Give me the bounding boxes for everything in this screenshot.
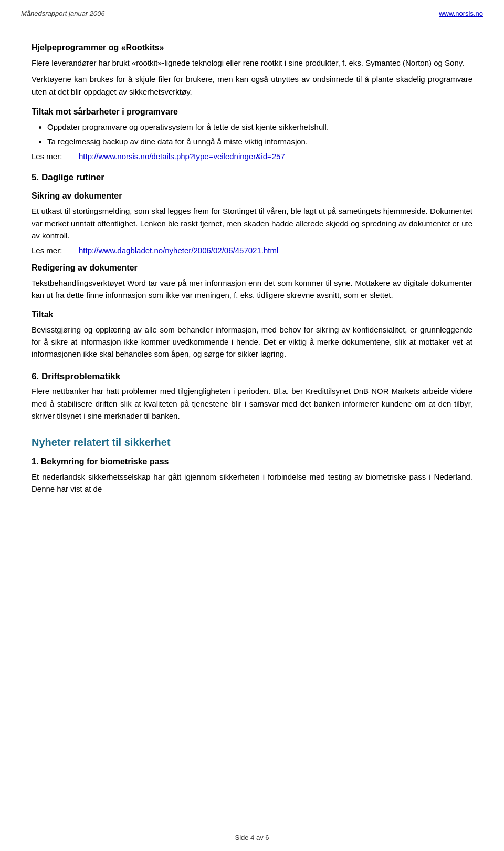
- tiltak-les-mer-link[interactable]: http://www.norsis.no/details.php?type=ve…: [79, 152, 285, 161]
- footer-text: Side 4 av 6: [235, 834, 269, 842]
- tiltak-bullet-2: Ta regelmessig backup av dine data for å…: [47, 136, 472, 148]
- hjelpeprogrammer-heading: Hjelpeprogrammer og «Rootkits»: [32, 43, 472, 53]
- driftsproblematikk-heading: 6. Driftsproblematikk: [32, 371, 472, 382]
- header-link[interactable]: www.norsis.no: [439, 9, 483, 17]
- daglige-rutiner-heading: 5. Daglige rutiner: [32, 172, 472, 183]
- tiltak-daglig-heading: Tiltak: [32, 310, 472, 319]
- biometriske-heading: 1. Bekymring for biometriske pass: [32, 457, 472, 466]
- nyheter-sikkerhet-heading: Nyheter relatert til sikkerhet: [32, 437, 472, 449]
- sikring-les-mer-label: Les mer:: [32, 246, 74, 255]
- redigering-paragraph: Tekstbehandlingsverktøyet Word tar vare …: [32, 277, 472, 302]
- tiltak-bullet-1: Oppdater programvare og operativsystem f…: [47, 121, 472, 133]
- page-header: Månedsrapport januar 2006 www.norsis.no: [0, 0, 504, 23]
- sikring-heading: Sikring av dokumenter: [32, 191, 472, 201]
- tiltak-bullet-list: Oppdater programvare og operativsystem f…: [47, 121, 472, 148]
- sikring-les-mer-row: Les mer: http://www.dagbladet.no/nyheter…: [32, 246, 472, 255]
- redigering-heading: Redigering av dokumenter: [32, 263, 472, 273]
- tiltak-sarbarheter-heading: Tiltak mot sårbarheter i programvare: [32, 107, 472, 117]
- header-title: Månedsrapport januar 2006: [21, 9, 105, 17]
- driftsproblematikk-paragraph: Flere nettbanker har hatt problemer med …: [32, 385, 472, 422]
- tiltak-daglig-paragraph: Bevisstgjøring og opplæring av alle som …: [32, 324, 472, 360]
- hjelpeprogrammer-p1: Flere leverandører har brukt «rootkit»-l…: [32, 57, 472, 69]
- biometriske-paragraph: Et nederlandsk sikkerhetsselskap har gåt…: [32, 471, 472, 495]
- sikring-les-mer-link[interactable]: http://www.dagbladet.no/nyheter/2006/02/…: [79, 246, 278, 255]
- hjelpeprogrammer-p2: Verktøyene kan brukes for å skjule filer…: [32, 73, 472, 98]
- main-content: Hjelpeprogrammer og «Rootkits» Flere lev…: [0, 23, 504, 521]
- tiltak-les-mer-label: Les mer:: [32, 152, 74, 161]
- page-container: Månedsrapport januar 2006 www.norsis.no …: [0, 0, 504, 851]
- sikring-paragraph: Et utkast til stortingsmelding, som skal…: [32, 205, 472, 242]
- page-footer: Side 4 av 6: [0, 834, 504, 842]
- tiltak-les-mer-row: Les mer: http://www.norsis.no/details.ph…: [32, 152, 472, 161]
